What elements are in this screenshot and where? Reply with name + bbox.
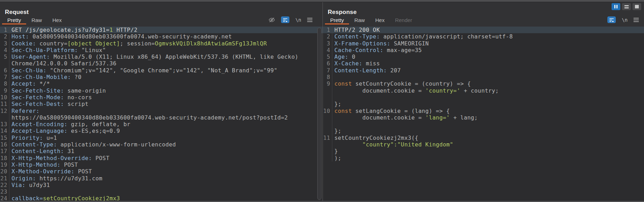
code-line: 10const setLangCookie = (lang) => {	[323, 108, 644, 114]
tab-raw[interactable]: Raw	[26, 15, 47, 24]
line-number: 9	[323, 80, 332, 87]
code-line: 11Sec-Fetch-Dest: script	[0, 101, 323, 107]
line-number: 3	[323, 40, 332, 47]
show-newlines-toggle[interactable]: \n	[622, 17, 628, 23]
code-line: 18X-Http-Method-Override: POST	[0, 155, 323, 161]
line-number: 4	[323, 47, 332, 53]
line-number: 7	[323, 67, 332, 74]
tab-pretty[interactable]: Pretty	[2, 15, 26, 24]
line-number: 10	[323, 108, 332, 114]
code-line: "country":"United Kingdom"	[323, 141, 644, 148]
code-line: 1GET /js/geolocate.js?u7dy31=1 HTTP/2	[0, 27, 323, 33]
line-number: 12	[0, 108, 9, 114]
code-line: 14Accept-Language: es-ES,es;q=0.9	[0, 128, 323, 134]
code-line	[323, 94, 644, 101]
code-line: 2Host: 0a5800590400340d80eb033600fa0074.…	[0, 33, 323, 40]
line-number	[323, 87, 332, 94]
tab-pretty[interactable]: Pretty	[325, 15, 349, 24]
pause-button[interactable]	[612, 3, 620, 10]
code-line: 23	[0, 188, 323, 195]
code-line: 16Content-Type: application/x-www-form-u…	[0, 141, 323, 148]
code-line: };	[323, 128, 644, 134]
tab-hex[interactable]: Hex	[47, 15, 67, 24]
code-line: 9const setCountryCookie = (country) => {	[323, 80, 644, 87]
line-number: 24	[0, 195, 9, 201]
code-line: 17Content-Length: 31	[0, 148, 323, 154]
line-number	[0, 114, 9, 121]
line-number: 6	[323, 60, 332, 67]
line-number: 7	[0, 74, 9, 80]
line-number: 6	[0, 67, 9, 74]
soft-wrap-button[interactable]	[607, 16, 616, 23]
line-number: 20	[0, 168, 9, 175]
code-line: 9Sec-Fetch-Site: same-origin	[0, 87, 323, 94]
code-line: 11setCountryCookiezj2mx3({	[323, 135, 644, 141]
code-line: 2Content-Type: application/javascript; c…	[323, 33, 644, 40]
stop-button[interactable]	[632, 3, 641, 10]
request-scrollbar[interactable]	[317, 28, 321, 200]
pause-icon	[614, 5, 615, 8]
code-line: document.cookie = 'country=' + country;	[323, 87, 644, 94]
line-number: 5	[323, 53, 332, 60]
line-number	[323, 128, 332, 134]
code-line: };	[323, 101, 644, 107]
line-number: 5	[0, 53, 9, 60]
code-line: 5Age: 0	[323, 53, 644, 60]
line-number: 11	[0, 101, 9, 107]
code-line: 19X-Http-Method: POST	[0, 161, 323, 168]
request-editor[interactable]: 1GET /js/geolocate.js?u7dy31=1 HTTP/22Ho…	[0, 27, 323, 201]
line-number: 8	[0, 80, 9, 87]
code-line: 24callback=setCountryCookiezj2mx3	[0, 195, 323, 201]
line-number: 16	[0, 141, 9, 148]
code-line: Chrome/142.0.0.0 Safari/537.36	[0, 60, 323, 67]
square-icon	[635, 5, 639, 8]
response-tabs: Pretty Raw Hex Render	[325, 15, 644, 24]
editor-menu-icon[interactable]	[634, 18, 639, 22]
soft-wrap-icon	[283, 18, 288, 22]
response-pane-title: Response	[328, 9, 357, 16]
line-number	[323, 114, 332, 121]
line-number: 10	[0, 94, 9, 101]
line-number: 18	[0, 155, 9, 161]
code-line	[323, 121, 644, 128]
code-line: 4Cache-Control: max-age=35	[323, 47, 644, 53]
line-number: 2	[323, 33, 332, 40]
line-number: 23	[0, 188, 9, 195]
code-line: https://0a5800590400340d80eb033600fa0074…	[0, 114, 323, 121]
line-number: 8	[323, 74, 332, 80]
line-number	[323, 148, 332, 154]
code-line: 4Sec-Ch-Ua-Platform: "Linux"	[0, 47, 323, 53]
code-line: 6Sec-Ch-Ua: "Chromium";v="142", "Google …	[0, 67, 323, 74]
line-number: 3	[0, 40, 9, 47]
code-line: 15Priority: u=1	[0, 135, 323, 141]
code-line: 12Referer:	[0, 108, 323, 114]
code-line: 5User-Agent: Mozilla/5.0 (X11; Linux x86…	[0, 53, 323, 60]
editor-menu-icon[interactable]	[307, 18, 312, 22]
lines-button[interactable]	[622, 3, 631, 10]
line-number: 14	[0, 128, 9, 134]
code-line: }	[323, 148, 644, 154]
code-line: 7Content-Length: 207	[323, 67, 644, 74]
code-line: 10Sec-Fetch-Mode: no-cors	[0, 94, 323, 101]
soft-wrap-button[interactable]	[281, 16, 289, 23]
scrollbar-thumb[interactable]	[317, 28, 321, 200]
code-line: 21Origin: https://u7dy31.com	[0, 175, 323, 182]
tab-hex[interactable]: Hex	[370, 15, 390, 24]
tab-raw[interactable]: Raw	[349, 15, 370, 24]
line-number: 4	[0, 47, 9, 53]
code-line: 8	[323, 74, 644, 80]
line-number	[323, 101, 332, 107]
line-number: 19	[0, 161, 9, 168]
code-line: 13Accept-Encoding: gzip, deflate, br	[0, 121, 323, 128]
request-toolbar: \n	[268, 16, 312, 23]
code-line: 1HTTP/2 200 OK	[323, 27, 644, 33]
eye-off-icon[interactable]	[268, 17, 275, 23]
response-editor[interactable]: 1HTTP/2 200 OK2Content-Type: application…	[323, 27, 644, 201]
line-number	[323, 155, 332, 161]
lines-icon	[624, 5, 629, 6]
response-code: 1HTTP/2 200 OK2Content-Type: application…	[323, 27, 644, 161]
tab-render: Render	[390, 15, 417, 24]
response-toolbar: \n	[607, 16, 639, 23]
line-number: 2	[0, 33, 9, 40]
show-newlines-toggle[interactable]: \n	[295, 17, 301, 23]
